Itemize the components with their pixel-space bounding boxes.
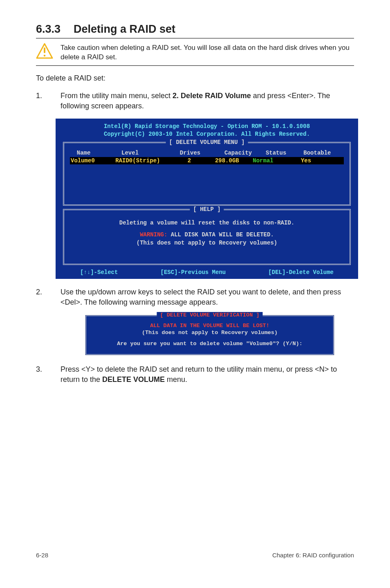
step-text-post: menu. [165, 375, 187, 384]
step-text-pre: From the utility main menu, select [61, 92, 173, 100]
bios-key-delete[interactable]: [DEL]-Delete Volume [268, 269, 334, 276]
bios-delete-caption: [ DELETE VOLUME MENU ] [166, 139, 248, 146]
bios-help-caption: [ HELP ] [190, 206, 224, 213]
svg-point-2 [44, 55, 46, 57]
heading-rule-bottom [36, 65, 354, 66]
step-number: 2. [36, 287, 47, 307]
step-1: 1. From the utility main menu, select 2.… [36, 91, 354, 111]
bios-header: Intel(R) Rapid Storage Technology - Opti… [56, 123, 358, 137]
step-2: 2. Use the up/down arrow keys to select … [36, 287, 354, 307]
page-footer: 6-28 Chapter 6: RAID configuration [0, 548, 390, 566]
caution-block: Take caution when deleting a RAID set. Y… [36, 43, 354, 62]
step-number: 1. [36, 91, 47, 111]
section-heading: 6.3.3 Deleting a RAID set [36, 23, 354, 36]
intro-text: To delete a RAID set: [36, 73, 354, 83]
bios-dialog-recovery-note: (This does not apply to Recovery volumes… [92, 330, 327, 336]
row-bootable: Yes [301, 157, 311, 164]
row-status: Normal [253, 157, 273, 164]
bios-footer: [↑↓]-Select [ESC]-Previous Menu [DEL]-De… [56, 269, 358, 276]
page-number: 6-28 [36, 552, 48, 559]
step-3: 3. Press <Y> to delete the RAID set and … [36, 364, 354, 385]
step-text: From the utility main menu, select 2. De… [61, 91, 354, 111]
bios-delete-verification-dialog: [ DELETE VOLUME VERIFICATION ] ALL DATA … [85, 315, 334, 355]
bios-column-header: Name Level Drives Capacity Status Bootab… [70, 150, 344, 156]
bios-key-select[interactable]: [↑↓]-Select [80, 269, 118, 276]
bios-dialog-wrap: [ DELETE VOLUME VERIFICATION ] ALL DATA … [85, 315, 334, 355]
section-number: 6.3.3 [36, 23, 61, 36]
bios-empty-space [70, 164, 344, 193]
step-number: 3. [36, 364, 47, 385]
svg-rect-1 [44, 47, 45, 53]
step-text-bold: DELETE VOLUME [102, 375, 165, 384]
step-text-bold: 2. Delete RAID Volume [173, 92, 251, 100]
row-name: Volume0 [71, 157, 95, 164]
bios-screen-delete-menu: Intel(R) Rapid Storage Technology - Opti… [56, 119, 358, 278]
chapter-label: Chapter 6: RAID configuration [272, 552, 354, 559]
section-title: Deleting a RAID set [74, 23, 175, 36]
bios-volume-row[interactable]: Volume0 RAID0(Stripe) 2 298.0GB Normal Y… [70, 157, 344, 164]
bios-help-warn: WARNING: ALL DISK DATA WILL BE DELETED. [70, 231, 344, 239]
bios-header-line1: Intel(R) Rapid Storage Technology - Opti… [104, 123, 310, 130]
bios-delete-volume-frame: [ DELETE VOLUME MENU ] Name Level Drives… [63, 142, 351, 206]
bios-help-frame: [ HELP ] Deleting a volume will reset th… [63, 209, 351, 265]
bios-dialog-caption: [ DELETE VOLUME VERIFICATION ] [157, 312, 262, 318]
bios-dialog-confirm-prompt[interactable]: Are you sure you want to delete volume "… [92, 341, 327, 347]
heading-rule-top [36, 38, 354, 38]
warning-triangle-icon [36, 43, 53, 60]
bios-warning-rest: ALL DISK DATA WILL BE DELETED. [167, 231, 273, 238]
row-capacity: 298.0GB [215, 157, 239, 164]
step-text: Use the up/down arrow keys to select the… [61, 287, 354, 307]
caution-text: Take caution when deleting a RAID set. Y… [61, 43, 354, 62]
bios-help-line1: Deleting a volume will reset the disks t… [70, 219, 344, 227]
bios-key-escape[interactable]: [ESC]-Previous Menu [161, 269, 226, 276]
bios-warning-label: WARNING: [140, 231, 167, 238]
bios-dialog-lost-text: ALL DATA IN THE VOLUME WILL BE LOST! [92, 323, 327, 329]
row-level: RAID0(Stripe) [115, 157, 160, 164]
step-text: Press <Y> to delete the RAID set and ret… [61, 364, 354, 385]
bios-help-line3: (This does not apply to Recovery volumes… [70, 239, 344, 247]
bios-header-line2: Copyright(C) 2003-10 Intel Corporation. … [104, 131, 310, 137]
row-drives: 2 [188, 157, 191, 164]
